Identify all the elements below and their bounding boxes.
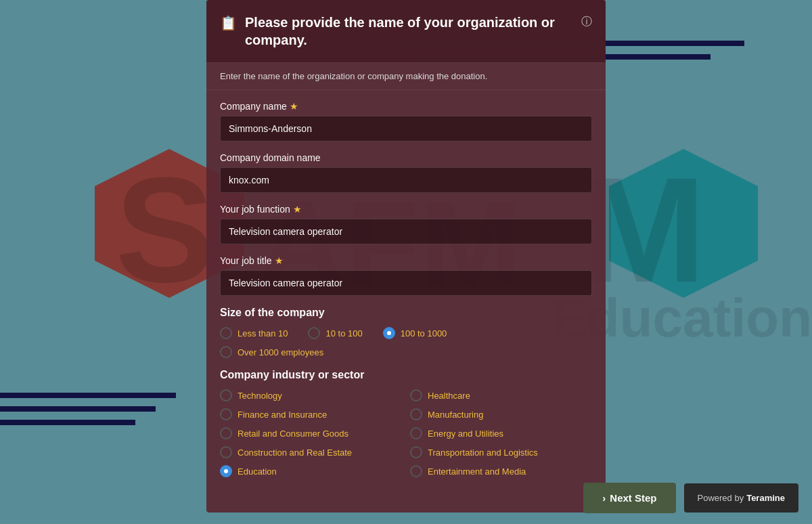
job-title-group: Your job title★ <box>220 255 592 296</box>
company-name-group: Company name★ <box>220 101 592 141</box>
industry-energy[interactable]: Energy and Utilities <box>410 427 592 439</box>
modal-header: 📋 Please provide the name of your organi… <box>206 0 606 63</box>
job-function-group: Your job function★ <box>220 204 592 244</box>
size-label-lt10: Less than 10 <box>238 328 288 339</box>
size-options-container: Less than 10 10 to 100 100 to 1000 <box>220 327 592 339</box>
industry-construction[interactable]: Construction and Real Estate <box>220 446 402 458</box>
radio-10to100[interactable] <box>308 327 320 339</box>
industry-healthcare[interactable]: Healthcare <box>410 389 592 401</box>
modal-overlay: 📋 Please provide the name of your organi… <box>0 0 812 524</box>
powered-by-label: Powered by <box>698 493 744 503</box>
company-domain-label: Company domain name <box>220 152 592 163</box>
radio-tech[interactable] <box>220 389 232 401</box>
job-title-input[interactable] <box>220 270 592 296</box>
job-title-label: Your job title★ <box>220 255 592 266</box>
powered-by-badge: Powered by Teramine <box>684 483 799 512</box>
powered-by-brand: Teramine <box>746 493 785 503</box>
company-name-label: Company name★ <box>220 101 592 112</box>
size-option-100to1000[interactable]: 100 to 1000 <box>383 327 447 339</box>
next-chevron-icon: › <box>602 492 606 504</box>
radio-energy[interactable] <box>410 427 422 439</box>
radio-100to1000[interactable] <box>383 327 395 339</box>
radio-healthcare[interactable] <box>410 389 422 401</box>
company-domain-group: Company domain name <box>220 152 592 193</box>
company-size-label: Size of the company <box>220 307 592 319</box>
modal-dialog: 📋 Please provide the name of your organi… <box>206 0 606 512</box>
radio-over1000[interactable] <box>220 346 232 358</box>
size-option-lt10[interactable]: Less than 10 <box>220 327 288 339</box>
industry-options-grid: Technology Healthcare Finance and Insura… <box>220 389 592 477</box>
bottom-bar: › Next Step Powered by Teramine <box>0 472 812 524</box>
radio-transport[interactable] <box>410 446 422 458</box>
company-domain-input[interactable] <box>220 167 592 193</box>
job-function-input[interactable] <box>220 219 592 244</box>
company-name-input[interactable] <box>220 116 592 141</box>
industry-retail[interactable]: Retail and Consumer Goods <box>220 427 402 439</box>
radio-retail[interactable] <box>220 427 232 439</box>
label-finance: Finance and Insurance <box>238 410 327 420</box>
label-construction: Construction and Real Estate <box>238 447 352 458</box>
industry-finance[interactable]: Finance and Insurance <box>220 408 402 420</box>
size-option-over1000[interactable]: Over 1000 employees <box>220 346 572 358</box>
form-icon: 📋 <box>220 15 237 31</box>
size-label-over1000: Over 1000 employees <box>238 347 323 357</box>
industry-label: Company industry or sector <box>220 369 592 381</box>
size-option-10to100[interactable]: 10 to 100 <box>308 327 362 339</box>
industry-transport[interactable]: Transportation and Logistics <box>410 446 592 458</box>
label-transport: Transportation and Logistics <box>428 447 538 458</box>
modal-subtitle: Enter the name of the organization or co… <box>206 63 606 90</box>
job-function-label: Your job function★ <box>220 204 592 215</box>
info-icon[interactable]: ⓘ <box>581 15 592 29</box>
industry-group: Company industry or sector Technology He… <box>220 369 592 477</box>
job-function-required: ★ <box>293 204 302 215</box>
radio-construction[interactable] <box>220 446 232 458</box>
radio-manufacturing[interactable] <box>410 408 422 420</box>
company-size-group: Size of the company Less than 10 10 to 1… <box>220 307 592 358</box>
company-name-required: ★ <box>290 101 298 112</box>
size-label-100to1000: 100 to 1000 <box>401 328 447 339</box>
industry-tech[interactable]: Technology <box>220 389 402 401</box>
industry-manufacturing[interactable]: Manufacturing <box>410 408 592 420</box>
next-step-label: Next Step <box>610 492 656 504</box>
label-retail: Retail and Consumer Goods <box>238 429 348 439</box>
job-title-required: ★ <box>275 255 284 266</box>
radio-lt10[interactable] <box>220 327 232 339</box>
label-healthcare: Healthcare <box>428 391 470 401</box>
next-step-button[interactable]: › Next Step <box>583 483 675 513</box>
radio-finance[interactable] <box>220 408 232 420</box>
label-tech: Technology <box>238 391 282 401</box>
label-energy: Energy and Utilities <box>428 429 503 439</box>
label-manufacturing: Manufacturing <box>428 410 483 420</box>
size-label-10to100: 10 to 100 <box>325 328 362 339</box>
modal-title: Please provide the name of your organiza… <box>245 14 573 49</box>
modal-body: Company name★ Company domain name Your j… <box>206 90 606 512</box>
